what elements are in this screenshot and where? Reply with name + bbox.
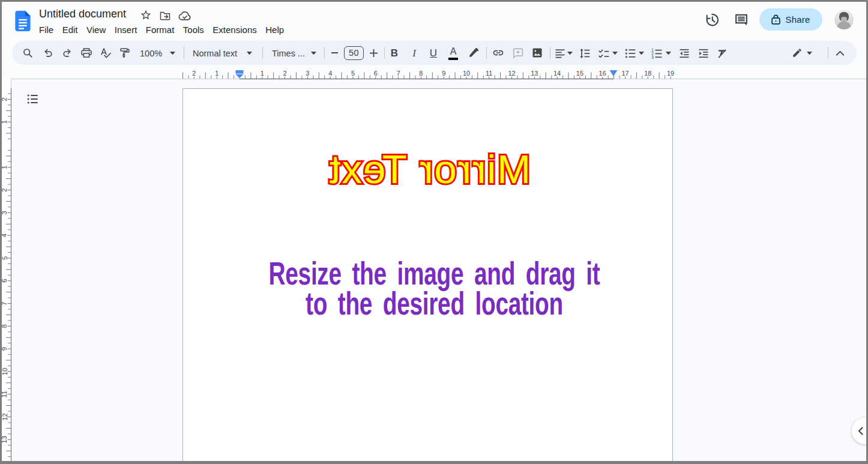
svg-text:7: 7 (1, 302, 8, 306)
svg-text:2: 2 (1, 97, 8, 101)
svg-text:10: 10 (1, 368, 8, 375)
svg-text:13: 13 (1, 436, 8, 443)
svg-text:2: 2 (1, 188, 8, 192)
svg-text:3: 3 (651, 55, 654, 59)
svg-text:9: 9 (1, 347, 8, 351)
svg-text:1: 1 (1, 120, 8, 124)
svg-text:4: 4 (1, 234, 8, 237)
svg-text:5: 5 (1, 256, 8, 260)
svg-text:6: 6 (1, 279, 8, 283)
svg-text:3: 3 (1, 211, 8, 214)
svg-text:8: 8 (1, 324, 8, 328)
svg-text:12: 12 (1, 413, 8, 420)
svg-text:11: 11 (1, 391, 8, 397)
svg-text:1: 1 (1, 166, 8, 169)
